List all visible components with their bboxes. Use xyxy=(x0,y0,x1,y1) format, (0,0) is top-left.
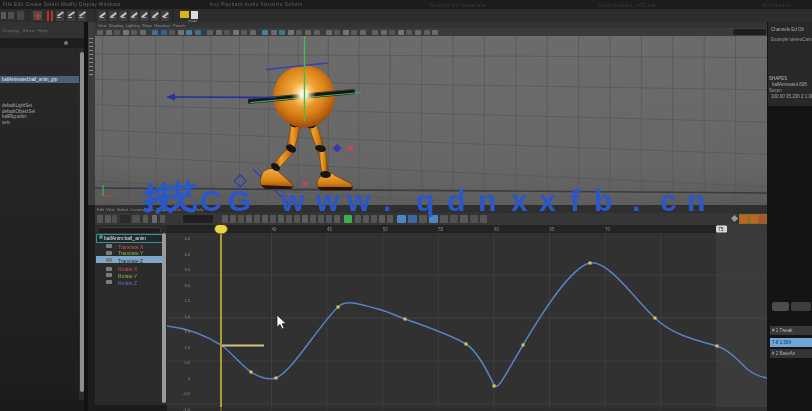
svg-text:www.qdnxxfb.cn: www.qdnxxfb.cn xyxy=(280,184,705,217)
svg-text:CG: CG xyxy=(200,184,257,217)
